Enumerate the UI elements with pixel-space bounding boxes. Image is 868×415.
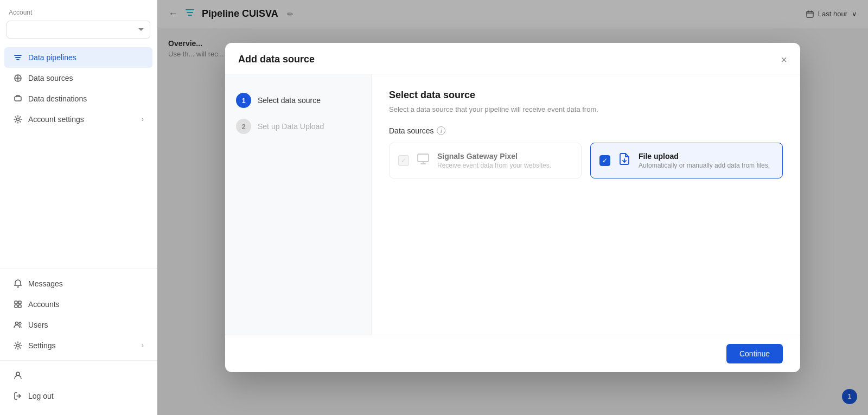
sidebar-item-settings[interactable]: Settings › (4, 335, 152, 356)
svg-point-10 (16, 372, 20, 375)
svg-rect-5 (15, 305, 17, 308)
svg-point-8 (19, 322, 21, 324)
card-checkbox-file: ✓ (599, 155, 610, 166)
sidebar-item-logout[interactable]: Log out (4, 386, 152, 406)
step-1-label: Select data source (258, 96, 321, 105)
continue-button[interactable]: Continue (726, 344, 783, 363)
modal-backdrop: Add data source × 1 Select data source 2… (157, 0, 868, 415)
sidebar-item-data-pipelines[interactable]: Data pipelines (4, 47, 152, 68)
main-content: ← Pipeline CUISVA ✏ Last hour ∨ Overvie.… (157, 0, 868, 415)
sidebar-item-messages[interactable]: Messages (4, 273, 152, 294)
logout-icon (13, 391, 23, 401)
sidebar-item-label: Settings (28, 341, 56, 350)
users-icon (13, 320, 23, 330)
modal-close-button[interactable]: × (781, 54, 787, 65)
svg-rect-1 (15, 97, 21, 101)
svg-rect-3 (15, 301, 17, 304)
chevron-right-icon: › (142, 342, 144, 349)
step-2-label: Set up Data Upload (258, 122, 324, 131)
svg-point-2 (17, 118, 20, 121)
data-sources-label: Data sources i (389, 126, 783, 135)
sidebar-item-label: Users (28, 321, 48, 329)
person-icon (13, 371, 23, 380)
card-desc-file: Automatically or manually add data from … (639, 162, 770, 169)
modal-header: Add data source × (225, 43, 800, 74)
sidebar-item-users[interactable]: Users (4, 315, 152, 335)
sidebar-item-profile[interactable] (4, 365, 152, 386)
card-text-signals: Signals Gateway Pixel Receive event data… (437, 152, 551, 169)
modal-title: Add data source (238, 54, 315, 65)
sidebar-item-label: Log out (28, 392, 54, 400)
svg-rect-6 (18, 305, 21, 308)
data-dest-icon (13, 94, 23, 104)
svg-point-9 (17, 344, 20, 347)
sidebar-item-label: Data sources (28, 74, 73, 82)
svg-rect-4 (18, 301, 21, 304)
pipeline-icon (13, 53, 23, 62)
modal-body: 1 Select data source 2 Set up Data Uploa… (225, 74, 800, 335)
source-cards: ✓ Signals Gateway Pixel Receive event da… (389, 143, 783, 178)
monitor-icon (417, 152, 430, 169)
card-title-file: File upload (639, 152, 770, 161)
bell-icon (13, 279, 23, 289)
info-icon: i (437, 126, 445, 135)
account-select[interactable] (7, 21, 150, 39)
sidebar-item-data-sources[interactable]: Data sources (4, 68, 152, 88)
steps-panel: 1 Select data source 2 Set up Data Uploa… (225, 74, 372, 335)
sidebar-item-label: Accounts (28, 300, 60, 309)
card-desc-signals: Receive event data from your websites. (437, 162, 551, 169)
sidebar-item-label: Account settings (28, 115, 84, 124)
step-2-number: 2 (236, 119, 251, 134)
account-label: Account (0, 9, 157, 21)
sidebar-item-accounts[interactable]: Accounts (4, 294, 152, 315)
step-2: 2 Set up Data Upload (236, 113, 360, 139)
sidebar: Account Data pipelines Data sources Data… (0, 0, 157, 415)
chevron-right-icon: › (142, 116, 144, 123)
sidebar-item-label: Data destinations (28, 94, 87, 103)
card-title-signals: Signals Gateway Pixel (437, 152, 551, 161)
content-title: Select data source (389, 90, 783, 101)
card-text-file: File upload Automatically or manually ad… (639, 152, 770, 169)
modal-footer: Continue (225, 335, 800, 372)
file-icon (618, 152, 631, 169)
sidebar-item-data-destinations[interactable]: Data destinations (4, 88, 152, 109)
gear-icon (13, 341, 23, 350)
step-1: 1 Select data source (236, 87, 360, 113)
source-card-signals-gateway[interactable]: ✓ Signals Gateway Pixel Receive event da… (389, 143, 582, 178)
svg-rect-12 (418, 154, 429, 162)
sidebar-item-account-settings[interactable]: Account settings › (4, 109, 152, 130)
sidebar-item-label: Data pipelines (28, 53, 76, 62)
svg-point-7 (16, 322, 18, 325)
settings-icon (13, 114, 23, 124)
step-1-number: 1 (236, 93, 251, 108)
grid-icon (13, 299, 23, 309)
card-checkbox-signals: ✓ (398, 155, 409, 166)
content-subtitle: Select a data source that your pipeline … (389, 105, 783, 113)
sidebar-item-label: Messages (28, 279, 63, 288)
source-card-file-upload[interactable]: ✓ File upload Automatically or manually … (590, 143, 783, 178)
content-panel: Select data source Select a data source … (372, 74, 800, 335)
add-data-source-modal: Add data source × 1 Select data source 2… (225, 43, 800, 372)
data-source-icon (13, 73, 23, 83)
